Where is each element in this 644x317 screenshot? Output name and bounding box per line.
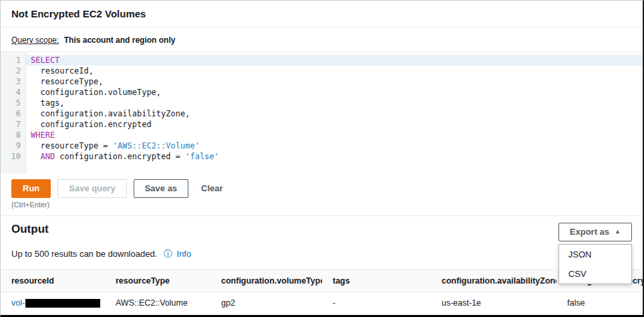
code-line[interactable]: SELECT bbox=[26, 55, 643, 66]
info-icon[interactable]: ⓘ bbox=[164, 249, 172, 259]
line-number: 7 bbox=[1, 119, 21, 130]
query-scope-row: Query scope: This account and region onl… bbox=[1, 27, 643, 52]
column-header: resourceId bbox=[1, 270, 105, 292]
clear-button[interactable]: Clear bbox=[195, 179, 229, 198]
column-header: tags bbox=[322, 270, 431, 292]
code-token: resourceId, bbox=[31, 66, 94, 76]
editor-line-numbers: 12345678910 bbox=[1, 52, 26, 174]
redacted-resource-id bbox=[25, 299, 100, 308]
code-token: configuration.volumeType, bbox=[31, 88, 161, 97]
table-row: vol-AWS::EC2::Volumegp2-us-east-1efalse bbox=[1, 292, 643, 314]
code-line[interactable]: WHERE bbox=[26, 130, 643, 140]
page-header: Not Encrypted EC2 Volumes bbox=[1, 1, 643, 27]
code-line[interactable]: resourceType = 'AWS::EC2::Volume' bbox=[26, 140, 643, 151]
code-line[interactable]: AND configuration.encrypted = 'false' bbox=[26, 151, 643, 162]
table-row: vol-AWS::EC2::Volumegp2-us-east-1bfalse bbox=[1, 314, 643, 317]
export-menu: JSONCSV bbox=[558, 244, 632, 284]
code-line[interactable]: configuration.availabilityZone, bbox=[26, 108, 643, 119]
query-scope-label: Query scope: bbox=[11, 35, 59, 45]
table-cell: - bbox=[322, 292, 431, 314]
export-menu-item-csv[interactable]: CSV bbox=[559, 264, 631, 284]
code-token: 'false' bbox=[185, 152, 219, 161]
export-dropdown: Export as ▲ JSONCSV bbox=[558, 223, 632, 241]
info-link[interactable]: Info bbox=[177, 249, 192, 259]
code-token: 'AWS::EC2::Volume' bbox=[113, 141, 200, 150]
query-scope-value: This account and region only bbox=[64, 35, 176, 45]
table-cell: us-east-1b bbox=[431, 314, 556, 317]
save-query-button[interactable]: Save query bbox=[57, 179, 126, 198]
code-token: configuration.encrypted = bbox=[55, 152, 185, 161]
results-table: resourceIdresourceTypeconfiguration.volu… bbox=[1, 270, 643, 317]
output-title: Output bbox=[11, 223, 49, 236]
results-note: Up to 500 results can be downloaded. ⓘ I… bbox=[11, 248, 632, 260]
code-token: SELECT bbox=[31, 56, 59, 65]
output-header: Output Export as ▲ JSONCSV bbox=[11, 223, 632, 241]
table-cell: AWS::EC2::Volume bbox=[105, 314, 210, 317]
code-line[interactable]: configuration.volumeType, bbox=[26, 87, 643, 98]
table-cell: us-east-1e bbox=[431, 292, 556, 314]
column-header: configuration.volumeType bbox=[210, 270, 322, 292]
code-token: configuration.encrypted bbox=[31, 120, 152, 129]
line-number: 2 bbox=[1, 66, 21, 76]
column-header: configuration.availabilityZone bbox=[431, 270, 556, 292]
code-line[interactable]: configuration.encrypted bbox=[26, 119, 643, 130]
run-button[interactable]: Run bbox=[11, 179, 51, 198]
sql-query-editor[interactable]: 12345678910 SELECT resourceId, resourceT… bbox=[1, 52, 643, 174]
table-header-row: resourceIdresourceTypeconfiguration.volu… bbox=[1, 270, 643, 292]
results-note-text: Up to 500 results can be downloaded. bbox=[11, 249, 157, 259]
aws-config-query-page: Not Encrypted EC2 Volumes Query scope: T… bbox=[0, 0, 644, 317]
line-number: 10 bbox=[1, 151, 21, 162]
code-token: tags, bbox=[31, 98, 65, 108]
resource-id-cell: vol- bbox=[1, 314, 105, 317]
table-cell: gp2 bbox=[210, 292, 322, 314]
code-line[interactable]: resourceType, bbox=[26, 76, 643, 87]
export-menu-item-json[interactable]: JSON bbox=[559, 245, 631, 264]
code-token bbox=[31, 152, 40, 161]
export-as-label: Export as bbox=[570, 227, 609, 237]
export-as-button[interactable]: Export as ▲ bbox=[558, 223, 632, 241]
line-number: 5 bbox=[1, 98, 21, 108]
resource-id-cell: vol- bbox=[1, 292, 105, 314]
line-number: 4 bbox=[1, 87, 21, 98]
code-token: resourceType = bbox=[31, 141, 113, 150]
line-number: 9 bbox=[1, 140, 21, 151]
table-cell: false bbox=[556, 292, 643, 314]
line-number: 1 bbox=[1, 55, 21, 66]
code-line[interactable]: resourceId, bbox=[26, 66, 643, 76]
line-number: 3 bbox=[1, 76, 21, 87]
line-number: 8 bbox=[1, 130, 21, 140]
table-cell: gp2 bbox=[210, 314, 322, 317]
run-shortcut-hint: (Ctrl+Enter) bbox=[1, 198, 643, 215]
code-token: resourceType, bbox=[31, 77, 103, 86]
code-token: AND bbox=[40, 152, 55, 161]
table-cell: AWS::EC2::Volume bbox=[105, 292, 210, 314]
code-token: WHERE bbox=[31, 130, 55, 140]
save-as-button[interactable]: Save as bbox=[134, 179, 188, 198]
editor-code-area[interactable]: SELECT resourceId, resourceType, configu… bbox=[26, 52, 643, 174]
page-title: Not Encrypted EC2 Volumes bbox=[11, 8, 146, 19]
column-header: resourceType bbox=[105, 270, 210, 292]
output-section: Output Export as ▲ JSONCSV Up to 500 res… bbox=[1, 215, 643, 260]
resource-link[interactable]: vol- bbox=[11, 298, 25, 308]
code-line[interactable]: tags, bbox=[26, 98, 643, 108]
line-number: 6 bbox=[1, 108, 21, 119]
table-cell: false bbox=[556, 314, 643, 317]
query-action-bar: Run Save query Save as Clear bbox=[1, 174, 643, 198]
table-cell: - bbox=[322, 314, 431, 317]
chevron-up-icon: ▲ bbox=[615, 226, 621, 237]
code-token: configuration.availabilityZone, bbox=[31, 109, 190, 118]
